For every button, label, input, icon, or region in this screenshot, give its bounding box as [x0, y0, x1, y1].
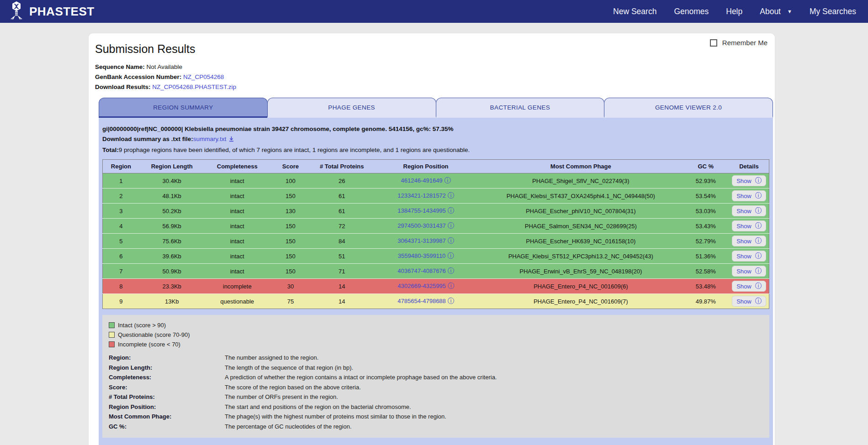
tab-genome-viewer-2-0[interactable]: GENOME VIEWER 2.0 [604, 98, 773, 118]
region-position-link[interactable]: 4302669-4325995 [397, 283, 446, 289]
caret-down-icon: ▼ [787, 9, 792, 14]
most-common-phage: PHAGE_Klebsi_ST437_OXA245phi4.1_NC_04944… [479, 188, 683, 204]
region-number: 9 [103, 294, 139, 309]
region-position-link[interactable]: 461246-491649 [401, 177, 443, 184]
phastest-brand[interactable]: PHASTEST [8, 1, 95, 22]
most-common-phage: PHAGE_Entero_P4_NC_001609(7) [479, 294, 683, 309]
nav-item-genomes[interactable]: Genomes [674, 7, 709, 16]
region-position-link[interactable]: 3064371-3139987 [397, 237, 446, 244]
results-panel: Remember Me Submission Results Sequence … [88, 33, 775, 445]
region-position-link[interactable]: 2974500-3031437 [397, 222, 446, 229]
region-row-2: 248.1Kbintact150611233421-1281572ⓘPHAGE_… [103, 188, 769, 204]
region-completeness: intact [205, 234, 270, 249]
nav-item-help[interactable]: Help [726, 7, 742, 16]
field-value-link[interactable]: NZ_CP054268.PHASTEST.zip [152, 84, 236, 90]
show-details-button[interactable]: Showⓘ [732, 251, 766, 262]
definition-description: The score of the region based on the abo… [225, 382, 763, 393]
field-value-link[interactable]: NZ_CP054268 [183, 73, 224, 80]
legend-label: Incomplete (score < 70) [118, 341, 180, 348]
info-icon: ⓘ [755, 237, 762, 245]
show-details-button[interactable]: Showⓘ [732, 220, 766, 231]
region-score: 150 [270, 219, 311, 234]
field-value: Not Available [147, 63, 183, 70]
region-position-cell: 4785654-4798688ⓘ [372, 294, 479, 309]
info-icon[interactable]: ⓘ [448, 297, 454, 304]
region-table-header-row: RegionRegion LengthCompletenessScore# To… [103, 160, 769, 173]
region-table-body: 130.4Kbintact10026461246-491649ⓘPHAGE_Sh… [103, 173, 769, 309]
region-position-link[interactable]: 3559480-3599110 [398, 252, 446, 259]
region-completeness: incomplete [205, 279, 270, 294]
info-icon[interactable]: ⓘ [448, 192, 454, 199]
region-score: 150 [270, 249, 311, 264]
show-details-button[interactable]: Showⓘ [732, 236, 766, 246]
region-score: 150 [270, 264, 311, 279]
region-position-link[interactable]: 4036747-4087676 [397, 267, 446, 274]
region-score: 150 [270, 188, 311, 204]
region-details-cell: Showⓘ [729, 279, 769, 294]
show-details-button[interactable]: Showⓘ [732, 205, 766, 216]
genome-description: gi|00000000|ref|NC_000000| Klebsiella pn… [102, 124, 769, 134]
region-position-link[interactable]: 1233421-1281572 [397, 192, 446, 199]
most-common-phage: PHAGE_Escher_phiV10_NC_007804(31) [479, 204, 683, 219]
region-completeness: intact [205, 219, 270, 234]
region-score: 150 [270, 234, 311, 249]
region-details-cell: Showⓘ [729, 219, 769, 234]
show-details-button[interactable]: Showⓘ [732, 266, 766, 277]
region-score: 30 [270, 279, 311, 294]
show-details-button[interactable]: Showⓘ [732, 296, 766, 307]
summary-txt-link[interactable]: summary.txt [193, 136, 227, 142]
page-title: Submission Results [95, 42, 775, 56]
region-position-cell: 4302669-4325995ⓘ [372, 279, 479, 294]
remember-me-checkbox[interactable] [710, 39, 717, 47]
show-details-button[interactable]: Showⓘ [732, 281, 766, 292]
nav-item-new-search[interactable]: New Search [613, 7, 656, 16]
definition-region: Region:The number assigned to the region… [109, 353, 763, 363]
region-length: 23.3Kb [139, 279, 205, 294]
info-icon[interactable]: ⓘ [448, 207, 454, 214]
total-label: Total: [102, 147, 119, 153]
region-row-1: 130.4Kbintact10026461246-491649ⓘPHAGE_Sh… [103, 173, 769, 188]
region-position-cell: 1233421-1281572ⓘ [372, 188, 479, 204]
info-field-sequence-name: Sequence Name: Not Available [95, 62, 775, 72]
info-icon[interactable]: ⓘ [448, 237, 454, 244]
region-position-link[interactable]: 4785654-4798688 [397, 298, 446, 304]
region-total-proteins: 61 [311, 204, 372, 219]
definition-term: GC %: [109, 422, 225, 432]
region-details-cell: Showⓘ [729, 188, 769, 204]
info-icon: ⓘ [755, 177, 762, 185]
field-label: Sequence Name: [95, 63, 147, 70]
results-tabs: REGION SUMMARYPHAGE GENESBACTERIAL GENES… [99, 98, 773, 118]
tab-region-summary[interactable]: REGION SUMMARY [99, 98, 268, 118]
definition-description: The start and end positions of the regio… [225, 402, 763, 412]
download-icon[interactable] [228, 135, 234, 145]
info-icon[interactable]: ⓘ [445, 177, 451, 184]
definition-gc: GC %:The percentage of GC nucleotides of… [109, 422, 763, 432]
region-position-link[interactable]: 1384755-1434995 [397, 207, 446, 214]
region-gc-percent: 52.93% [683, 173, 729, 188]
info-icon: ⓘ [755, 282, 762, 290]
nav-item-about[interactable]: About▼ [760, 7, 792, 16]
info-icon[interactable]: ⓘ [448, 282, 454, 289]
info-icon[interactable]: ⓘ [448, 222, 454, 229]
region-completeness: intact [205, 204, 270, 219]
region-length: 30.4Kb [139, 173, 205, 188]
definition-description: The length of the sequence of that regio… [225, 363, 763, 373]
navbar: PHASTEST New SearchGenomesHelpAbout▼My S… [0, 0, 868, 23]
show-details-button[interactable]: Showⓘ [732, 190, 766, 201]
definition-total-proteins: # Total Proteins:The number of ORFs pres… [109, 392, 763, 402]
region-row-6: 639.6Kbintact150513559480-3599110ⓘPHAGE_… [103, 249, 769, 264]
info-icon[interactable]: ⓘ [448, 267, 454, 274]
tab-bacterial-genes[interactable]: BACTERIAL GENES [436, 98, 605, 118]
region-length: 13Kb [139, 294, 205, 309]
info-icon[interactable]: ⓘ [447, 252, 454, 259]
region-number: 5 [103, 234, 139, 249]
region-number: 4 [103, 219, 139, 234]
nav-item-my-searches[interactable]: My Searches [810, 7, 856, 16]
legend-item-questionable: Questionable (score 70-90) [109, 330, 763, 340]
tab-phage-genes[interactable]: PHAGE GENES [267, 98, 436, 118]
show-details-button[interactable]: Showⓘ [732, 175, 766, 186]
column-header-details: Details [729, 160, 769, 173]
field-label: GenBank Accession Number: [95, 73, 183, 80]
region-length: 39.6Kb [139, 249, 205, 264]
most-common-phage: PHAGE_Escher_HK639_NC_016158(10) [479, 234, 683, 249]
